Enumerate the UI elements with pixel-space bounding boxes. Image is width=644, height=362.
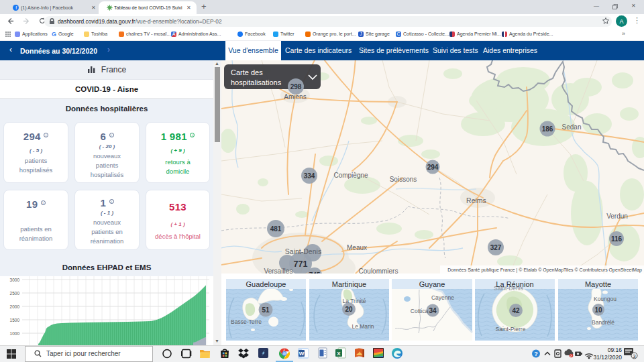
svg-text:294: 294 [427,164,439,171]
svg-text:Reims: Reims [466,196,486,204]
svg-text:Martinique: Martinique [332,280,366,288]
svg-text:116: 116 [611,235,623,243]
svg-text:3: 3 [633,353,636,359]
svg-text:Sedan: Sedan [562,123,582,131]
svg-text:f: f [15,5,17,10]
svg-text:Compiègne: Compiègne [333,172,368,179]
svg-text:Saint-Pierre: Saint-Pierre [496,326,526,333]
svg-text:Le Marin: Le Marin [352,323,374,330]
svg-text:2500: 2500 [10,291,20,296]
svg-text:Verdun: Verdun [606,213,628,220]
svg-text:Saint-Denis: Saint-Denis [285,247,321,255]
svg-text:Cottica: Cottica [411,308,429,314]
svg-text:1500: 1500 [10,318,20,322]
svg-text:La Réunion: La Réunion [496,280,533,288]
svg-text:Coulommiers: Coulommiers [359,267,398,274]
svg-text:La Trinité: La Trinité [343,298,366,304]
svg-text:334: 334 [304,172,315,180]
svg-text:Versailles: Versailles [264,267,293,274]
svg-text:Basse-Terre: Basse-Terre [231,318,262,325]
svg-text:42: 42 [512,307,520,314]
svg-text:W: W [299,351,305,357]
svg-text:186: 186 [542,125,553,133]
svg-text:3000: 3000 [10,278,20,282]
svg-text:Carte des: Carte des [231,68,263,76]
svg-text:1000: 1000 [10,331,20,336]
svg-text:20: 20 [345,306,353,313]
svg-text:X: X [337,351,341,357]
svg-text:Koungou: Koungou [594,296,616,302]
svg-text:298: 298 [290,83,302,90]
svg-text:A: A [619,18,623,25]
svg-text:481: 481 [270,225,282,233]
svg-text:?: ? [534,351,538,357]
svg-text:Cayenne: Cayenne [431,294,454,301]
svg-text:Données Santé publique France: Données Santé publique France | © Etalab… [447,267,642,273]
svg-text:51: 51 [262,306,270,314]
svg-text:Soissons: Soissons [390,176,417,183]
svg-text:34: 34 [429,307,437,314]
svg-text:Meaux: Meaux [347,244,367,251]
svg-text:hospitalisations: hospitalisations [231,78,282,86]
svg-text:Mayotte: Mayotte [585,280,611,288]
svg-text:Bandrélé: Bandrélé [592,319,614,326]
svg-text:771: 771 [294,259,308,269]
svg-text:Guadeloupe: Guadeloupe [246,280,286,288]
svg-text:10: 10 [594,306,602,314]
svg-text:Guyane: Guyane [419,280,445,288]
svg-text:327: 327 [490,244,502,251]
svg-text:2000: 2000 [10,304,20,309]
